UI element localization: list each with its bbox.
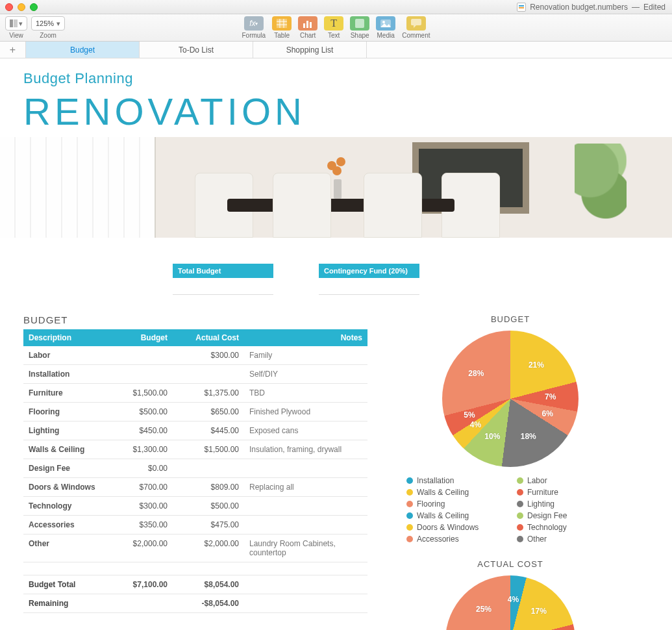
cell-actual[interactable]: $2,000.00 [173,535,244,562]
add-sheet-button[interactable]: + [0,42,26,58]
cell-notes[interactable] [244,516,367,535]
cell-notes[interactable]: Family [244,346,367,365]
media-icon [380,19,391,27]
shape-button[interactable] [350,16,369,31]
table-row[interactable]: Walls & Ceiling $1,300.00 $1,500.00 Insu… [23,440,367,459]
cell-budget[interactable]: $450.00 [108,422,173,440]
table-row[interactable]: Other $2,000.00 $2,000.00 Laundry Room C… [23,535,367,562]
legend-swatch [517,524,523,531]
cell-actual[interactable]: $809.00 [173,478,244,497]
view-button[interactable]: ▾ [5,16,27,31]
table-row[interactable]: Lighting $450.00 $445.00 Exposed cans [23,422,367,440]
chart-button[interactable] [298,16,317,31]
table-row[interactable]: Flooring $500.00 $650.00 Finished Plywoo… [23,403,367,422]
sheet-tab-todo[interactable]: To-Do List [140,42,253,58]
cell-description[interactable]: Furniture [23,384,108,403]
window-controls [5,3,38,11]
cell-description[interactable]: Accessories [23,516,108,535]
cell-budget[interactable]: $700.00 [108,478,173,497]
contingency-card[interactable]: Contingency Fund (20%) [319,264,419,295]
media-button[interactable] [376,16,395,31]
table-row[interactable]: Doors & Windows $700.00 $809.00 Replacin… [23,478,367,497]
document-title: Renovation budget.numbers — Edited [517,3,666,12]
budget-table[interactable]: Description Budget Actual Cost Notes Lab… [23,329,367,613]
close-window-button[interactable] [5,3,13,11]
cell-actual[interactable]: $1,500.00 [173,440,244,459]
cell-actual[interactable]: $475.00 [173,516,244,535]
cell-description[interactable]: Walls & Ceiling [23,440,108,459]
cell-description[interactable]: Design Fee [23,459,108,478]
svg-rect-8 [306,21,308,28]
cell-actual[interactable]: $300.00 [173,346,244,365]
table-row[interactable]: Labor $300.00 Family [23,346,367,365]
legend-item: Labor [517,476,614,485]
cell-description[interactable]: Lighting [23,422,108,440]
fullscreen-window-button[interactable] [30,3,38,11]
cell-actual[interactable]: $1,375.00 [173,384,244,403]
legend-swatch [517,477,523,484]
col-notes: Notes [244,329,367,346]
cell-description[interactable]: Other [23,535,108,562]
formula-button[interactable]: fx▾ [244,16,264,31]
total-budget-card[interactable]: Total Budget [173,264,273,295]
text-icon: T [330,18,337,29]
actual-chart-title: ACTUAL COST [393,559,627,569]
cell-budget[interactable]: $500.00 [108,403,173,422]
legend-label: Lighting [527,499,554,509]
cell-actual[interactable]: $650.00 [173,403,244,422]
minimize-window-button[interactable] [18,3,25,11]
cell-description[interactable]: Installation [23,365,108,384]
cell-actual[interactable]: $500.00 [173,497,244,516]
budget-pie-chart[interactable]: 21%7%6%18%10%4%5%28% [442,331,579,467]
cell-notes[interactable]: Insulation, framing, drywall [244,440,367,459]
sheet-tab-budget[interactable]: Budget [26,42,140,58]
hero-image [0,137,672,238]
cell-notes[interactable]: Laundry Room Cabinets, countertop [244,535,367,562]
cell-budget[interactable]: $0.00 [108,459,173,478]
table-row[interactable]: Installation Self/DIY [23,365,367,384]
shape-icon [355,19,364,28]
table-row[interactable]: Furniture $1,500.00 $1,375.00 TBD [23,384,367,403]
cell-budget[interactable]: $300.00 [108,497,173,516]
total-budget-label: Total Budget [173,264,273,278]
legend-item: Design Fee [517,511,614,520]
table-row[interactable]: Accessories $350.00 $475.00 [23,516,367,535]
cell-notes[interactable]: Exposed cans [244,422,367,440]
cell-budget[interactable] [108,346,173,365]
cell-budget[interactable]: $1,300.00 [108,440,173,459]
table-row[interactable]: Design Fee $0.00 [23,459,367,478]
table-button[interactable] [272,16,292,31]
cell-notes[interactable] [244,459,367,478]
cell-description[interactable]: Flooring [23,403,108,422]
cell-actual[interactable]: $445.00 [173,422,244,440]
legend-item: Doors & Windows [406,523,504,532]
cell-budget[interactable]: $1,500.00 [108,384,173,403]
cell-actual[interactable] [173,365,244,384]
cell-budget[interactable] [108,365,173,384]
document-canvas[interactable]: Budget Planning RENOVATION Total Budget … [0,58,672,630]
cell-budget[interactable]: $2,000.00 [108,535,173,562]
table-label: Table [274,32,290,39]
remaining-row[interactable]: Remaining-$8,054.00 [23,594,367,613]
cell-notes[interactable]: Replacing all [244,478,367,497]
cell-budget[interactable]: $350.00 [108,516,173,535]
actual-pie-chart[interactable]: 4%17%8%6%19%10%6%6%25% [445,575,575,630]
budget-total-row[interactable]: Budget Total$7,100.00$8,054.00 [23,575,367,594]
cell-notes[interactable]: Self/DIY [244,365,367,384]
cell-notes[interactable]: TBD [244,384,367,403]
legend-item: Accessories [406,535,504,544]
page-subtitle: Budget Planning [23,70,649,87]
cell-description[interactable]: Technology [23,497,108,516]
cell-notes[interactable] [244,497,367,516]
table-row[interactable]: Technology $300.00 $500.00 [23,497,367,516]
sheet-tab-label: To-Do List [179,45,214,55]
comment-button[interactable] [406,16,426,31]
cell-notes[interactable]: Finished Plywood [244,403,367,422]
cell-description[interactable]: Labor [23,346,108,365]
sheet-tab-shopping[interactable]: Shopping List [253,42,367,58]
cell-description[interactable]: Doors & Windows [23,478,108,497]
zoom-select[interactable]: 125% ▾ [31,16,65,31]
cell-actual[interactable] [173,459,244,478]
text-button[interactable]: T [324,16,343,31]
svg-rect-0 [10,19,13,27]
